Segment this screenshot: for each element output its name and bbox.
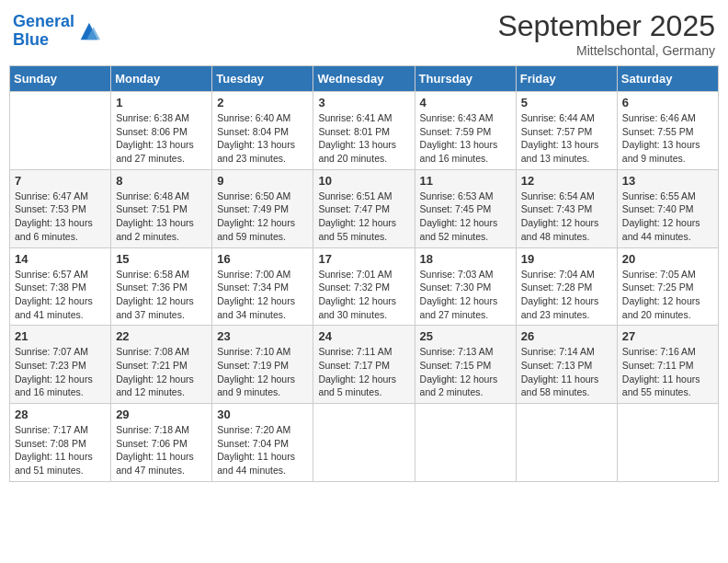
calendar-cell: 4Sunrise: 6:43 AM Sunset: 7:59 PM Daylig…: [415, 92, 516, 170]
day-info: Sunrise: 7:05 AM Sunset: 7:25 PM Dayligh…: [622, 268, 713, 322]
day-info: Sunrise: 6:51 AM Sunset: 7:47 PM Dayligh…: [318, 190, 409, 244]
day-number: 18: [420, 252, 511, 266]
calendar-cell: 24Sunrise: 7:11 AM Sunset: 7:17 PM Dayli…: [313, 326, 415, 404]
day-number: 7: [15, 174, 106, 188]
calendar-cell: 23Sunrise: 7:10 AM Sunset: 7:19 PM Dayli…: [212, 326, 313, 404]
calendar-cell: 16Sunrise: 7:00 AM Sunset: 7:34 PM Dayli…: [212, 247, 313, 326]
day-info: Sunrise: 6:44 AM Sunset: 7:57 PM Dayligh…: [521, 111, 612, 166]
header-row: SundayMondayTuesdayWednesdayThursdayFrid…: [10, 66, 719, 92]
day-info: Sunrise: 6:58 AM Sunset: 7:36 PM Dayligh…: [116, 268, 207, 322]
day-info: Sunrise: 7:16 AM Sunset: 7:11 PM Dayligh…: [622, 345, 713, 399]
day-info: Sunrise: 7:17 AM Sunset: 7:08 PM Dayligh…: [15, 423, 106, 477]
day-info: Sunrise: 7:20 AM Sunset: 7:04 PM Dayligh…: [217, 423, 308, 477]
day-info: Sunrise: 7:14 AM Sunset: 7:13 PM Dayligh…: [521, 345, 612, 399]
calendar-table: SundayMondayTuesdayWednesdayThursdayFrid…: [9, 65, 719, 482]
calendar-cell: 8Sunrise: 6:48 AM Sunset: 7:51 PM Daylig…: [111, 169, 212, 247]
day-number: 24: [318, 329, 409, 343]
calendar-cell: 5Sunrise: 6:44 AM Sunset: 7:57 PM Daylig…: [516, 92, 617, 170]
header-saturday: Saturday: [617, 66, 718, 92]
day-number: 4: [420, 96, 511, 109]
page-header: GeneralBlue September 2025 Mittelschonta…: [9, 9, 719, 58]
header-tuesday: Tuesday: [212, 66, 313, 92]
day-number: 16: [217, 252, 308, 266]
calendar-cell: [415, 404, 516, 482]
calendar-cell: 3Sunrise: 6:41 AM Sunset: 8:01 PM Daylig…: [313, 92, 415, 170]
calendar-cell: 25Sunrise: 7:13 AM Sunset: 7:15 PM Dayli…: [415, 326, 516, 404]
calendar-cell: 18Sunrise: 7:03 AM Sunset: 7:30 PM Dayli…: [415, 247, 516, 326]
day-number: 10: [318, 174, 409, 188]
calendar-cell: 11Sunrise: 6:53 AM Sunset: 7:45 PM Dayli…: [415, 169, 516, 247]
day-info: Sunrise: 6:55 AM Sunset: 7:40 PM Dayligh…: [622, 190, 713, 244]
day-info: Sunrise: 7:08 AM Sunset: 7:21 PM Dayligh…: [116, 345, 207, 399]
day-info: Sunrise: 6:53 AM Sunset: 7:45 PM Dayligh…: [420, 190, 511, 244]
calendar-week-3: 14Sunrise: 6:57 AM Sunset: 7:38 PM Dayli…: [10, 247, 719, 326]
calendar-week-2: 7Sunrise: 6:47 AM Sunset: 7:53 PM Daylig…: [10, 169, 719, 247]
calendar-week-1: 1Sunrise: 6:38 AM Sunset: 8:06 PM Daylig…: [10, 92, 719, 170]
day-info: Sunrise: 6:41 AM Sunset: 8:01 PM Dayligh…: [318, 111, 409, 166]
day-number: 1: [116, 96, 207, 109]
calendar-cell: [313, 404, 415, 482]
day-info: Sunrise: 6:50 AM Sunset: 7:49 PM Dayligh…: [217, 190, 308, 244]
day-number: 23: [217, 329, 308, 343]
calendar-cell: 7Sunrise: 6:47 AM Sunset: 7:53 PM Daylig…: [10, 169, 111, 247]
header-wednesday: Wednesday: [313, 66, 415, 92]
header-friday: Friday: [516, 66, 617, 92]
calendar-cell: 15Sunrise: 6:58 AM Sunset: 7:36 PM Dayli…: [111, 247, 212, 326]
calendar-cell: 27Sunrise: 7:16 AM Sunset: 7:11 PM Dayli…: [617, 326, 718, 404]
day-info: Sunrise: 7:18 AM Sunset: 7:06 PM Dayligh…: [116, 423, 207, 477]
day-number: 11: [420, 174, 511, 188]
day-number: 21: [15, 329, 106, 343]
day-info: Sunrise: 6:38 AM Sunset: 8:06 PM Dayligh…: [116, 111, 207, 166]
day-number: 29: [116, 408, 207, 421]
day-info: Sunrise: 7:07 AM Sunset: 7:23 PM Dayligh…: [15, 345, 106, 399]
logo-text: GeneralBlue: [13, 13, 74, 50]
calendar-cell: 29Sunrise: 7:18 AM Sunset: 7:06 PM Dayli…: [111, 404, 212, 482]
location-subtitle: Mittelschontal, Germany: [497, 43, 715, 58]
calendar-cell: 6Sunrise: 6:46 AM Sunset: 7:55 PM Daylig…: [617, 92, 718, 170]
day-info: Sunrise: 7:10 AM Sunset: 7:19 PM Dayligh…: [217, 345, 308, 399]
day-info: Sunrise: 7:00 AM Sunset: 7:34 PM Dayligh…: [217, 268, 308, 322]
calendar-cell: 13Sunrise: 6:55 AM Sunset: 7:40 PM Dayli…: [617, 169, 718, 247]
day-info: Sunrise: 6:43 AM Sunset: 7:59 PM Dayligh…: [420, 111, 511, 166]
calendar-cell: [617, 404, 718, 482]
day-number: 13: [622, 174, 713, 188]
month-title: September 2025: [497, 9, 715, 43]
day-number: 3: [318, 96, 409, 109]
day-info: Sunrise: 6:48 AM Sunset: 7:51 PM Dayligh…: [116, 190, 207, 244]
calendar-cell: 12Sunrise: 6:54 AM Sunset: 7:43 PM Dayli…: [516, 169, 617, 247]
day-number: 20: [622, 252, 713, 266]
day-info: Sunrise: 6:40 AM Sunset: 8:04 PM Dayligh…: [217, 111, 308, 166]
day-number: 2: [217, 96, 308, 109]
logo-icon: [76, 18, 102, 44]
calendar-week-5: 28Sunrise: 7:17 AM Sunset: 7:08 PM Dayli…: [10, 404, 719, 482]
day-info: Sunrise: 7:13 AM Sunset: 7:15 PM Dayligh…: [420, 345, 511, 399]
day-number: 22: [116, 329, 207, 343]
header-monday: Monday: [111, 66, 212, 92]
calendar-cell: 9Sunrise: 6:50 AM Sunset: 7:49 PM Daylig…: [212, 169, 313, 247]
day-number: 12: [521, 174, 612, 188]
day-number: 17: [318, 252, 409, 266]
calendar-cell: 14Sunrise: 6:57 AM Sunset: 7:38 PM Dayli…: [10, 247, 111, 326]
day-number: 19: [521, 252, 612, 266]
day-info: Sunrise: 7:03 AM Sunset: 7:30 PM Dayligh…: [420, 268, 511, 322]
calendar-cell: 2Sunrise: 6:40 AM Sunset: 8:04 PM Daylig…: [212, 92, 313, 170]
calendar-cell: 28Sunrise: 7:17 AM Sunset: 7:08 PM Dayli…: [10, 404, 111, 482]
calendar-cell: [516, 404, 617, 482]
calendar-cell: 1Sunrise: 6:38 AM Sunset: 8:06 PM Daylig…: [111, 92, 212, 170]
calendar-cell: 30Sunrise: 7:20 AM Sunset: 7:04 PM Dayli…: [212, 404, 313, 482]
day-info: Sunrise: 6:46 AM Sunset: 7:55 PM Dayligh…: [622, 111, 713, 166]
day-number: 26: [521, 329, 612, 343]
calendar-cell: 20Sunrise: 7:05 AM Sunset: 7:25 PM Dayli…: [617, 247, 718, 326]
day-number: 9: [217, 174, 308, 188]
day-number: 25: [420, 329, 511, 343]
day-number: 5: [521, 96, 612, 109]
day-info: Sunrise: 6:57 AM Sunset: 7:38 PM Dayligh…: [15, 268, 106, 322]
calendar-cell: 19Sunrise: 7:04 AM Sunset: 7:28 PM Dayli…: [516, 247, 617, 326]
day-number: 8: [116, 174, 207, 188]
day-info: Sunrise: 7:01 AM Sunset: 7:32 PM Dayligh…: [318, 268, 409, 322]
calendar-cell: 21Sunrise: 7:07 AM Sunset: 7:23 PM Dayli…: [10, 326, 111, 404]
title-section: September 2025 Mittelschontal, Germany: [497, 9, 715, 58]
day-info: Sunrise: 6:54 AM Sunset: 7:43 PM Dayligh…: [521, 190, 612, 244]
day-info: Sunrise: 7:04 AM Sunset: 7:28 PM Dayligh…: [521, 268, 612, 322]
calendar-cell: 10Sunrise: 6:51 AM Sunset: 7:47 PM Dayli…: [313, 169, 415, 247]
